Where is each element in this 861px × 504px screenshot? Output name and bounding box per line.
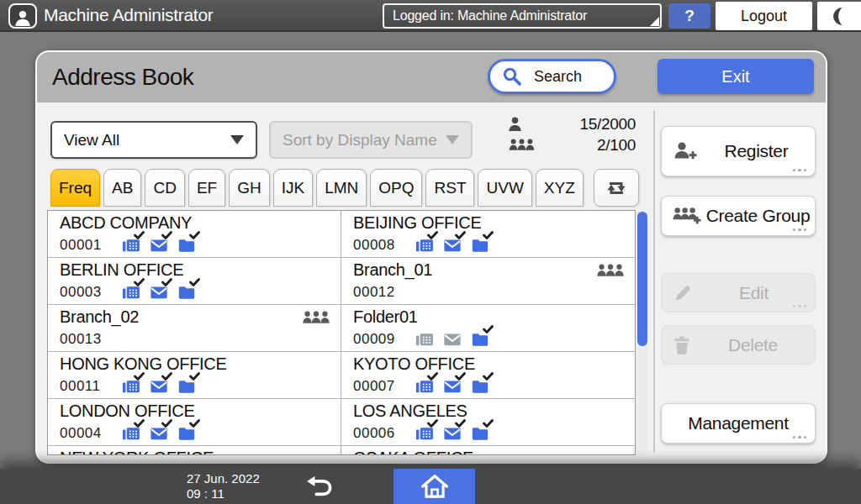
address-list: ABCD COMPANY00001BEIJING OFFICE00008BERL…	[47, 210, 636, 455]
entry-id: 00008	[353, 237, 399, 254]
tab-uvw[interactable]: UVW	[478, 169, 531, 207]
create-group-button[interactable]: Create Group	[661, 196, 816, 236]
check-icon	[189, 372, 200, 381]
address-entry[interactable]: OSAKA OFFICE	[341, 446, 635, 455]
check-icon	[189, 419, 200, 428]
exit-button[interactable]: Exit	[658, 59, 814, 94]
entry-name: NEW YORK OFFICE	[60, 449, 332, 455]
check-icon	[483, 231, 494, 240]
date-time: 27 Jun. 2022 09 : 11	[187, 471, 260, 501]
login-status-dropdown[interactable]: Logged in: Machine Administrator	[383, 3, 662, 29]
energy-saver-button[interactable]	[817, 2, 861, 30]
register-button[interactable]: Register	[661, 126, 816, 176]
folder-destination-icon	[177, 283, 197, 302]
search-button[interactable]: Search	[488, 59, 616, 94]
entry-name: OSAKA OFFICE	[353, 449, 626, 455]
tab-opq[interactable]: OPQ	[370, 169, 422, 207]
sidebar-divider	[653, 111, 655, 452]
tab-xyz[interactable]: XYZ	[536, 169, 584, 207]
help-button[interactable]: ?	[668, 3, 710, 29]
folder-destination-icon	[470, 330, 490, 349]
user-count: 15/2000	[579, 115, 636, 134]
delete-button: Delete	[661, 325, 816, 365]
fax-destination-icon	[121, 377, 141, 396]
sort-select-value: Sort by Display Name	[283, 131, 437, 150]
address-entry[interactable]: BERLIN OFFICE00003	[48, 258, 341, 305]
address-entry[interactable]: NEW YORK OFFICE	[48, 446, 341, 455]
check-icon	[161, 419, 172, 428]
entry-name: LONDON OFFICE	[60, 402, 332, 421]
back-button[interactable]	[301, 474, 338, 499]
button-label: Delete	[691, 335, 815, 355]
management-button[interactable]: Management	[661, 403, 816, 444]
email-destination-icon	[442, 330, 462, 349]
top-bar: Machine Administrator Logged in: Machine…	[0, 0, 861, 32]
list-scrollbar[interactable]	[637, 210, 647, 455]
check-icon	[483, 372, 494, 381]
entry-name: Branch_01	[353, 260, 626, 280]
tab-ab[interactable]: AB	[103, 169, 141, 207]
button-label: Management	[662, 413, 815, 433]
check-icon	[134, 419, 145, 428]
entry-id: 00007	[353, 378, 399, 395]
tab-ef[interactable]: EF	[188, 169, 225, 207]
email-destination-icon	[149, 424, 169, 443]
check-icon	[427, 372, 438, 381]
group-icon	[302, 310, 330, 326]
address-entry[interactable]: BEIJING OFFICE00008	[341, 211, 635, 258]
chevron-down-icon	[446, 135, 459, 144]
entry-name: LOS ANGELES	[353, 402, 626, 421]
address-entry[interactable]: HONG KONG OFFICE00011	[48, 352, 341, 399]
address-entry[interactable]: Branch_0100012	[341, 258, 635, 305]
view-filter-select[interactable]: View All	[50, 121, 257, 159]
button-label: Create Group	[701, 206, 815, 226]
entry-id: 00004	[60, 425, 106, 442]
home-button[interactable]	[394, 469, 475, 504]
person-add-icon	[673, 140, 698, 162]
index-tabs: FreqABCDEFGHIJKLMNOPQRSTUVWXYZ	[50, 169, 639, 207]
registration-counts: 15/2000 2/100	[508, 114, 636, 156]
entry-name: BEIJING OFFICE	[353, 213, 626, 233]
fax-destination-icon	[415, 377, 435, 396]
address-entry[interactable]: KYOTO OFFICE00007	[341, 352, 635, 399]
group-icon	[508, 138, 536, 153]
check-icon	[134, 372, 145, 381]
check-icon	[161, 278, 172, 287]
pencil-icon	[673, 283, 693, 303]
address-entry[interactable]: LONDON OFFICE00004	[48, 399, 341, 446]
logout-button[interactable]: Logout	[716, 2, 812, 30]
entry-name: BERLIN OFFICE	[60, 260, 332, 280]
check-icon	[483, 419, 494, 428]
folder-destination-icon	[177, 236, 197, 255]
email-destination-icon	[442, 377, 462, 396]
fax-destination-icon	[415, 330, 435, 349]
folder-destination-icon	[177, 424, 197, 443]
dropdown-corner-icon	[650, 17, 659, 26]
tab-rst[interactable]: RST	[425, 169, 474, 207]
tab-freq[interactable]: Freq	[50, 169, 100, 207]
ellipsis-icon	[790, 305, 807, 308]
folder-destination-icon	[470, 236, 490, 255]
address-entry[interactable]: LOS ANGELES00006	[341, 399, 635, 446]
check-icon	[161, 372, 172, 381]
entry-name: Folder01	[353, 307, 626, 327]
tab-cd[interactable]: CD	[145, 169, 184, 207]
address-entry[interactable]: ABCD COMPANY00001	[48, 211, 341, 258]
device-screen: Machine Administrator Logged in: Machine…	[0, 0, 861, 504]
tab-ijk[interactable]: IJK	[273, 169, 313, 207]
date-label: 27 Jun. 2022	[187, 471, 260, 486]
scrollbar-thumb[interactable]	[637, 212, 647, 346]
entry-id: 00013	[60, 331, 106, 348]
address-entry[interactable]: Folder0100009	[341, 305, 635, 352]
address-entry[interactable]: Branch_0200013	[48, 305, 341, 352]
email-destination-icon	[442, 424, 462, 443]
tab-lmn[interactable]: LMN	[316, 169, 367, 207]
tab-gh[interactable]: GH	[229, 169, 270, 207]
sort-select: Sort by Display Name	[269, 121, 473, 159]
panel-title: Address Book	[52, 52, 193, 102]
entry-id: 00001	[60, 237, 106, 254]
address-book-panel: Address Book Search Exit View All Sort b…	[35, 50, 827, 464]
moon-icon	[832, 6, 853, 27]
tab-switch-button[interactable]	[594, 169, 639, 207]
search-label: Search	[534, 68, 582, 86]
